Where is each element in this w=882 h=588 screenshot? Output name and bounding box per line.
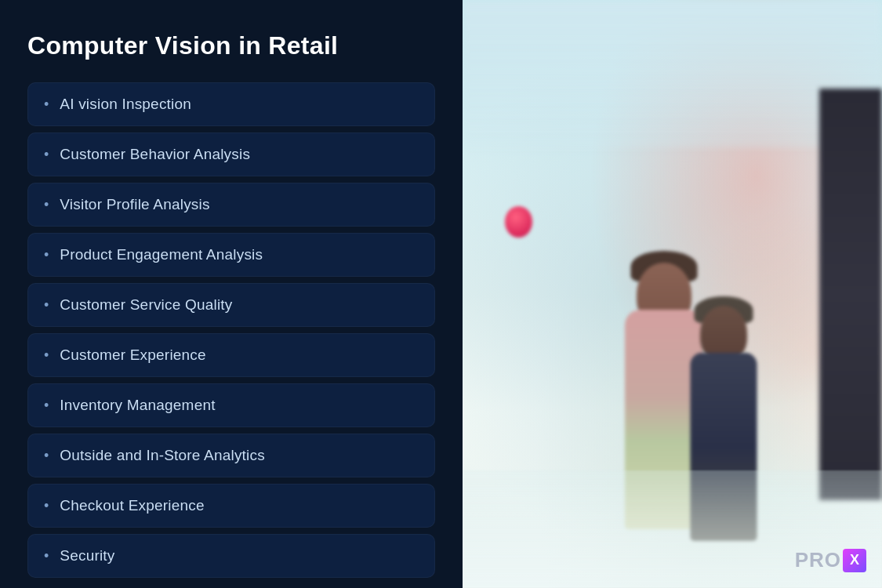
menu-item-outside-instore[interactable]: •Outside and In-Store Analytics [27,434,435,477]
menu-item-inventory[interactable]: •Inventory Management [27,383,435,427]
menu-label-security: Security [60,547,114,564]
menu-item-checkout[interactable]: •Checkout Experience [27,484,435,528]
bullet-customer-behavior: • [44,147,49,162]
left-panel: Computer Vision in Retail •AI vision Ins… [0,0,463,588]
right-panel: PRO X [463,0,882,588]
menu-item-customer-behavior[interactable]: •Customer Behavior Analysis [27,132,435,176]
menu-list: •AI vision Inspection•Customer Behavior … [27,82,435,578]
menu-label-checkout: Checkout Experience [60,497,204,514]
menu-label-outside-instore: Outside and In-Store Analytics [60,447,265,464]
menu-item-product-engagement[interactable]: •Product Engagement Analysis [27,233,435,277]
menu-label-ai-vision: AI vision Inspection [60,96,191,113]
bullet-customer-experience: • [44,348,49,362]
page-title: Computer Vision in Retail [27,31,435,60]
menu-item-customer-experience[interactable]: •Customer Experience [27,333,435,377]
bullet-visitor-profile: • [44,198,49,212]
menu-label-product-engagement: Product Engagement Analysis [60,246,263,263]
menu-item-customer-service[interactable]: •Customer Service Quality [27,283,435,327]
balloon-decoration [505,206,532,238]
menu-label-visitor-profile: Visitor Profile Analysis [60,196,209,213]
logo-x-text: X [850,552,859,568]
bullet-outside-instore: • [44,448,49,463]
bullet-inventory: • [44,398,49,412]
logo: PRO X [795,548,866,572]
retail-background: PRO X [463,0,882,588]
menu-item-ai-vision[interactable]: •AI vision Inspection [27,82,435,126]
menu-label-customer-behavior: Customer Behavior Analysis [60,146,250,163]
menu-label-inventory: Inventory Management [60,397,215,414]
bullet-customer-service: • [44,298,49,312]
store-shelves [819,89,882,500]
bullet-checkout: • [44,499,49,513]
logo-pro-text: PRO [795,548,841,572]
menu-label-customer-service: Customer Service Quality [60,296,232,314]
menu-label-customer-experience: Customer Experience [60,347,206,364]
logo-x-box: X [843,549,866,572]
menu-item-security[interactable]: •Security [27,534,435,578]
bullet-security: • [44,549,49,563]
bullet-product-engagement: • [44,248,49,262]
menu-item-visitor-profile[interactable]: •Visitor Profile Analysis [27,183,435,227]
bullet-ai-vision: • [44,97,49,111]
